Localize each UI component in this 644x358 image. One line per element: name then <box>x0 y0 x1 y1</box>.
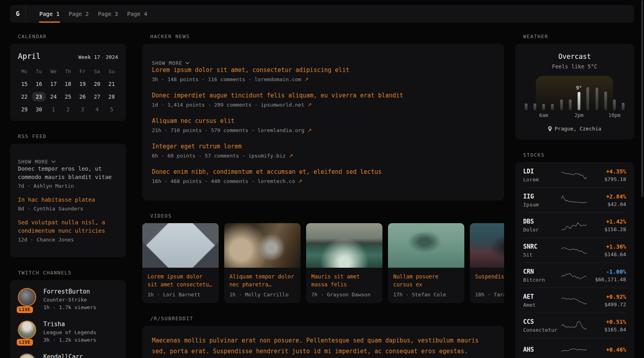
page-tab[interactable]: Page 1 <box>35 5 64 23</box>
twitch-avatar-wrap: LIVE <box>18 321 37 343</box>
stock-id: IIG Ipsum <box>523 193 560 208</box>
page-tab[interactable]: Page 2 <box>64 5 93 23</box>
weather-bar <box>622 103 625 110</box>
twitch-channel-meta: 1h · 1.7k viewers <box>43 304 96 310</box>
stock-price: $499.72 <box>590 302 627 307</box>
page-tab-label: Page 2 <box>69 11 89 17</box>
stock-row[interactable]: SNRC Sit +1.36% $148.64 <box>523 237 626 263</box>
video-thumbnail[interactable] <box>224 223 301 268</box>
external-link-icon[interactable]: ↗ <box>307 102 312 108</box>
stock-name: Sit <box>523 252 560 258</box>
stock-id: CCS Consectetur <box>523 318 560 333</box>
calendar-weekday: Th <box>61 65 76 78</box>
weather-location[interactable]: Prague, Czechia <box>555 126 601 132</box>
weather-bar <box>525 103 528 110</box>
video-card[interactable]: Aliquam tempor dolor nec pharetra… 1h · … <box>224 223 301 303</box>
hackernews-item-title[interactable]: Lorem ipsum dolor sit amet, consectetur … <box>152 66 495 74</box>
video-card-body: Nullam posuere cursus ex 17h · Stefan Co… <box>388 268 464 303</box>
external-link-icon[interactable]: ↗ <box>305 76 309 82</box>
video-title[interactable]: Aliquam tempor dolor nec pharetra… <box>229 272 295 288</box>
rss-item: In hac habitasse platea 8d · Cynthia Sau… <box>18 196 118 212</box>
rss-item-title[interactable]: Sed volutpat nulla nisl, a condimentum n… <box>18 218 118 235</box>
video-card[interactable]: Nullam posuere cursus ex 17h · Stefan Co… <box>388 223 464 303</box>
scrollbar-thumb[interactable] <box>641 0 643 197</box>
stock-row[interactable]: CCS Consectetur +0.51% $165.84 <box>523 313 626 338</box>
twitch-channel-game: League of Legends <box>43 329 96 335</box>
external-link-icon[interactable]: ↗ <box>307 127 312 133</box>
external-link-icon[interactable]: ↗ <box>289 153 293 159</box>
stock-sparkline <box>560 194 588 206</box>
twitch-channel-row[interactable]: LIVE ForrestBurton Counter-Strike 1h · 1… <box>18 288 118 310</box>
stock-price: $66,171.48 <box>590 276 627 282</box>
twitch-channel-row[interactable]: LIVE Trisha League of Legends 3h · 1.2k … <box>18 321 118 343</box>
stock-values: +0.46% <box>590 346 627 354</box>
video-meta: 17h · Stefan Cole <box>393 292 459 298</box>
calendar-day: 5 <box>104 103 119 115</box>
calendar-day: 17 <box>46 78 61 90</box>
hackernews-item-meta-text: 1d · 1,414 points · 299 comments · ipsum… <box>152 102 305 108</box>
calendar-day-number: 28 <box>105 92 118 101</box>
weather-bar-column <box>523 76 529 110</box>
stock-row[interactable]: IIG Ipsum +2.84% $42.04 <box>523 187 626 212</box>
twitch-channel-row[interactable]: LIVE KendallCarr <box>18 353 118 358</box>
hackernews-item: Donec enim nibh, condimentum et accumsan… <box>152 168 495 184</box>
stock-price: $148.64 <box>590 251 627 257</box>
stock-price: $42.04 <box>590 201 627 207</box>
subreddit-post-title[interactable]: Maecenas mollis pulvinar erat non posuer… <box>152 335 495 357</box>
middle-column: HACKER NEWS SHOW MORE Lorem ipsum dolor … <box>142 33 504 358</box>
video-title[interactable]: Mauris sit amet massa felis <box>311 272 377 288</box>
stock-name: Consectetur <box>523 327 560 333</box>
stock-price: $165.84 <box>590 327 627 333</box>
video-title[interactable]: Nullam posuere cursus ex <box>393 272 459 288</box>
stock-row[interactable]: AET Amet +0.92% $499.72 <box>523 288 626 313</box>
stock-symbol: CRN <box>523 268 560 275</box>
stock-row[interactable]: DBS Dolor +1.42% $156.28 <box>523 212 626 237</box>
video-card[interactable]: Mauris sit amet massa felis 7h · Grayson… <box>306 223 382 303</box>
stock-row[interactable]: CRN Bitcorn -1.00% $66,171.48 <box>523 263 626 288</box>
rss-show-more-button[interactable]: SHOW MORE <box>18 159 118 165</box>
video-title[interactable]: Lorem ipsum dolor sit amet consectetu… <box>147 272 213 288</box>
video-thumbnail[interactable] <box>306 223 382 268</box>
twitch-channel-info: ForrestBurton Counter-Strike 1h · 1.7k v… <box>43 288 96 310</box>
calendar-day-number: 18 <box>61 79 75 89</box>
video-card[interactable]: Lorem ipsum dolor sit amet consectetu… 1… <box>142 223 219 303</box>
weather-bars: 6am <box>523 76 626 110</box>
hackernews-item-meta: 6h · 60 points · 57 comments · ipsumify.… <box>152 153 495 159</box>
video-thumbnail[interactable] <box>142 223 219 268</box>
calendar-widget: April Week 17·2024 Mo Tu We Th <box>10 44 126 121</box>
chevron-down-icon <box>51 160 56 163</box>
hackernews-item-title[interactable]: Donec enim nibh, condimentum et accumsan… <box>152 168 495 176</box>
hackernews-item-title[interactable]: Aliquam nec cursus elit <box>152 117 495 125</box>
page-tab[interactable]: Page 3 <box>93 5 122 23</box>
page-tabs: Page 1 Page 2 Page 3 Page 4 <box>26 5 152 23</box>
hackernews-item-title[interactable]: Integer eget rutrum lorem <box>152 142 495 150</box>
video-meta: 18h · Tara <box>475 292 504 298</box>
weather-time-label: 6am <box>539 112 548 118</box>
video-card[interactable]: Suspendisse diam 18h · Tara <box>470 223 504 303</box>
weather-bar-column <box>603 76 608 110</box>
stock-row[interactable]: AHS +0.46% <box>523 338 626 358</box>
rss-item-title[interactable]: Donec tempor eros leo, ut commodo mauris… <box>18 165 118 181</box>
hackernews-item-title[interactable]: Donec imperdiet augue tincidunt felis al… <box>152 91 495 99</box>
app-logo[interactable]: G <box>10 5 26 23</box>
chevron-down-icon <box>185 62 190 64</box>
video-thumbnail[interactable] <box>388 223 464 268</box>
stock-name: Ipsum <box>523 202 560 208</box>
stock-row[interactable]: LDI Lorem +4.35% $795.18 <box>523 162 626 187</box>
page-tab[interactable]: Page 4 <box>123 5 152 23</box>
external-link-icon[interactable]: ↗ <box>298 178 303 184</box>
weather-peak-temp: 9° <box>576 85 582 91</box>
stock-change: +1.36% <box>590 243 627 250</box>
hackernews-item-meta: 21h · 710 points · 579 comments · loreml… <box>152 127 495 133</box>
video-thumbnail[interactable] <box>470 223 504 268</box>
video-title[interactable]: Suspendisse diam <box>475 272 504 288</box>
rss-item-title[interactable]: In hac habitasse platea <box>18 196 118 204</box>
weather-bar <box>596 88 598 110</box>
subreddit-post: Maecenas mollis pulvinar erat non posuer… <box>152 335 495 358</box>
weather-condition: Overcast <box>523 53 626 60</box>
hackernews-show-more-button[interactable]: SHOW MORE <box>152 60 495 66</box>
videos-row: Lorem ipsum dolor sit amet consectetu… 1… <box>142 223 504 303</box>
weather-bar <box>533 103 536 110</box>
weather-time-label: 10pm <box>609 112 621 118</box>
hackernews-item: Aliquam nec cursus elit 21h · 710 points… <box>152 117 495 133</box>
